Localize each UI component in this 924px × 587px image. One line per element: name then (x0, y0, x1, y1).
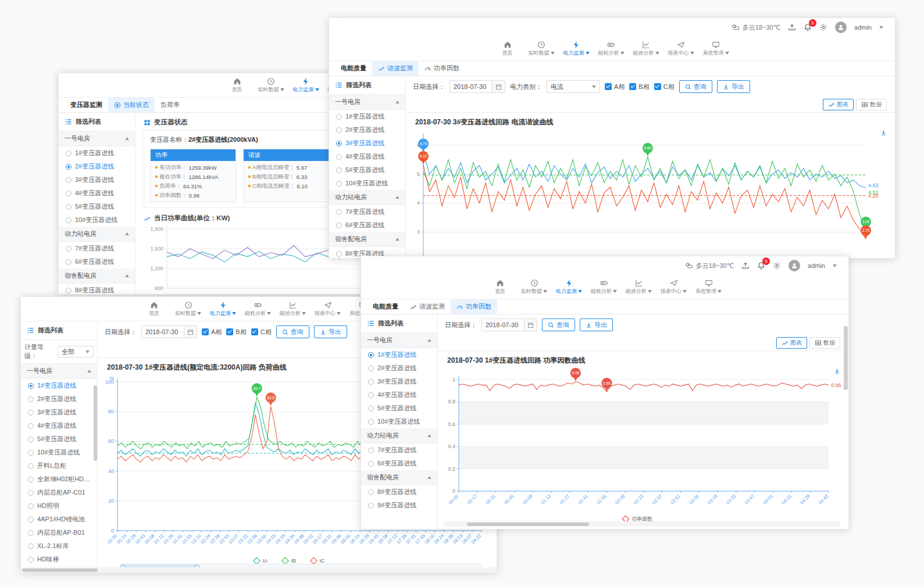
query-button[interactable]: 查询 (679, 80, 712, 93)
sidebar-item[interactable]: 6#变压器进线 (59, 255, 135, 269)
sidebar-item[interactable]: 3#变压器进线 (21, 406, 97, 419)
nav-item-home[interactable]: 首页 (488, 278, 512, 295)
phase-c-checkbox[interactable]: C相 (251, 328, 272, 337)
meter-level-select[interactable]: 全部 (58, 346, 94, 357)
sidebar-item[interactable]: XL-2.1标库 (21, 539, 97, 553)
nav-item-report[interactable]: 报表中心 (315, 300, 341, 317)
calendar-icon[interactable] (524, 319, 537, 331)
sidebar-item[interactable]: HD味棒 (21, 553, 97, 566)
date-input[interactable] (141, 325, 197, 338)
gear-icon[interactable] (819, 23, 827, 31)
vertical-scrollbar[interactable] (844, 314, 848, 500)
sidebar-item[interactable]: 2#变压器进线 (329, 123, 405, 137)
tab-load-rate[interactable]: 负荷率 (155, 98, 185, 112)
sidebar-item[interactable]: 3#变压器进线 (361, 375, 437, 388)
view-tab-chart[interactable]: 图表 (776, 337, 807, 349)
upload-icon[interactable] (741, 262, 750, 270)
sidebar-item[interactable]: 10#变压器进线 (361, 415, 437, 428)
sidebar-item[interactable]: 1#变压器进线 (59, 146, 135, 160)
avatar[interactable] (789, 260, 800, 271)
calendar-icon[interactable] (492, 81, 505, 92)
date-input[interactable] (481, 318, 537, 331)
horizontal-scrollbar[interactable] (444, 521, 840, 527)
nav-item-realtime[interactable]: 实时数据 (521, 278, 547, 295)
sidebar-group-header[interactable]: 一号电房 (361, 333, 437, 348)
nav-item-energy[interactable]: 能耗分析 (598, 40, 625, 57)
query-button[interactable]: 查询 (542, 318, 575, 331)
avatar[interactable] (835, 22, 847, 33)
sidebar-item[interactable]: 10#变压器进线 (59, 213, 135, 227)
sidebar-item[interactable]: 8#变压器进线 (59, 284, 135, 294)
tab-power-factor[interactable]: 功率因数 (451, 299, 497, 314)
nav-item-power[interactable]: 电力监测 (293, 77, 319, 94)
phase-a-checkbox[interactable]: A相 (202, 328, 222, 337)
nav-item-home[interactable]: 首页 (142, 300, 166, 317)
query-button[interactable]: 查询 (276, 325, 309, 338)
sidebar-group-header[interactable]: 动力站电房 (329, 190, 405, 205)
sidebar-scrollbar[interactable] (94, 385, 97, 461)
sidebar-item[interactable]: 5#变压器进线 (59, 200, 135, 213)
tab-power-factor[interactable]: 功率因数 (419, 61, 465, 76)
sidebar-item[interactable]: 4AP1#HD锂电池 (21, 513, 97, 526)
view-tab-data[interactable]: 数据 (809, 337, 840, 349)
sidebar-item[interactable]: 3#变压器进线 (329, 137, 405, 150)
notifications-button[interactable]: 5 (804, 23, 812, 31)
sidebar-item[interactable]: 2#变压器进线 (21, 392, 97, 406)
sidebar-item[interactable]: 4#变压器进线 (59, 187, 135, 200)
sidebar-item[interactable]: 3#变压器进线 (59, 173, 135, 187)
sidebar-item[interactable]: 4#变压器进线 (361, 388, 437, 402)
sidebar-item[interactable]: 4#变压器进线 (329, 150, 405, 163)
sidebar-item[interactable]: 开料L总柜 (21, 459, 97, 473)
sidebar-group-header[interactable]: 宿舍配电房 (361, 470, 437, 485)
nav-item-realtime[interactable]: 实时数据 (175, 300, 201, 317)
sidebar-item[interactable]: 7#变压器进线 (361, 443, 437, 457)
upload-icon[interactable] (788, 23, 796, 31)
download-chart-icon[interactable] (880, 130, 887, 136)
sidebar-item[interactable]: 内层总柜AP-B01 (21, 526, 97, 539)
nav-item-realtime[interactable]: 实时数据 (529, 40, 555, 57)
sidebar-item[interactable]: 8#变压器进线 (361, 485, 437, 499)
sidebar-item[interactable]: 6#变压器进线 (361, 457, 437, 470)
sidebar-item[interactable]: 1#变压器进线 (361, 348, 437, 361)
nav-item-efficiency[interactable]: 能效分析 (626, 278, 652, 295)
nav-item-home[interactable]: 首页 (495, 40, 520, 57)
sidebar-item[interactable]: 1#变压器进线 (21, 379, 97, 392)
sidebar-item[interactable]: 10#变压器进线 (329, 177, 405, 190)
scrollbar-thumb[interactable] (844, 326, 848, 390)
gear-icon[interactable] (773, 262, 781, 270)
sidebar-group-header[interactable]: 一号电房 (59, 131, 135, 146)
nav-item-realtime[interactable]: 实时数据 (258, 77, 284, 94)
sidebar-item[interactable]: 全新增H02柜HD钻孔 (21, 473, 97, 486)
sidebar-group-header[interactable]: 动力站电房 (59, 227, 135, 242)
sidebar-item[interactable]: 5#变压器进线 (329, 163, 405, 177)
phase-a-checkbox[interactable]: A相 (605, 83, 625, 91)
nav-item-energy[interactable]: 能耗分析 (591, 278, 617, 295)
scrollbar-thumb[interactable] (467, 522, 589, 526)
nav-item-home[interactable]: 首页 (225, 77, 249, 94)
phase-b-checkbox[interactable]: B相 (629, 83, 649, 91)
sidebar-group-header[interactable]: 宿舍配电房 (59, 269, 135, 284)
sidebar-group-header[interactable]: 动力站电房 (361, 428, 437, 443)
tab-harmonic-monitor[interactable]: 谐波监测 (372, 61, 419, 76)
phase-b-checkbox[interactable]: B相 (226, 328, 246, 337)
sidebar-item[interactable]: 5#变压器进线 (21, 432, 97, 446)
tab-harmonic-monitor[interactable]: 谐波监测 (404, 299, 451, 314)
nav-item-power[interactable]: 电力监测 (210, 300, 236, 317)
sidebar-item[interactable]: 6#变压器进线 (329, 219, 405, 232)
sidebar-item[interactable]: HD照明 (21, 499, 97, 513)
sidebar-item[interactable]: 7#变压器进线 (59, 242, 135, 255)
sidebar-item[interactable]: 2#变压器进线 (361, 361, 437, 375)
sidebar-item[interactable]: 内层总柜AP-C01 (21, 486, 97, 499)
nav-item-system[interactable]: 系统管理 (703, 40, 729, 57)
view-tab-data[interactable]: 数据 (856, 99, 887, 110)
nav-item-efficiency[interactable]: 能效分析 (633, 40, 659, 57)
sidebar-item[interactable]: 9#变压器进线 (361, 499, 437, 512)
sidebar-group-header[interactable]: 宿舍配电房 (329, 232, 405, 247)
export-button[interactable]: 导出 (717, 80, 750, 93)
nav-item-report[interactable]: 报表中心 (661, 278, 687, 295)
export-button[interactable]: 导出 (314, 325, 347, 338)
view-tab-chart[interactable]: 图表 (823, 99, 854, 110)
date-input[interactable] (449, 80, 505, 93)
phase-c-checkbox[interactable]: C相 (654, 83, 675, 91)
scrollbar-thumb[interactable] (22, 568, 98, 572)
